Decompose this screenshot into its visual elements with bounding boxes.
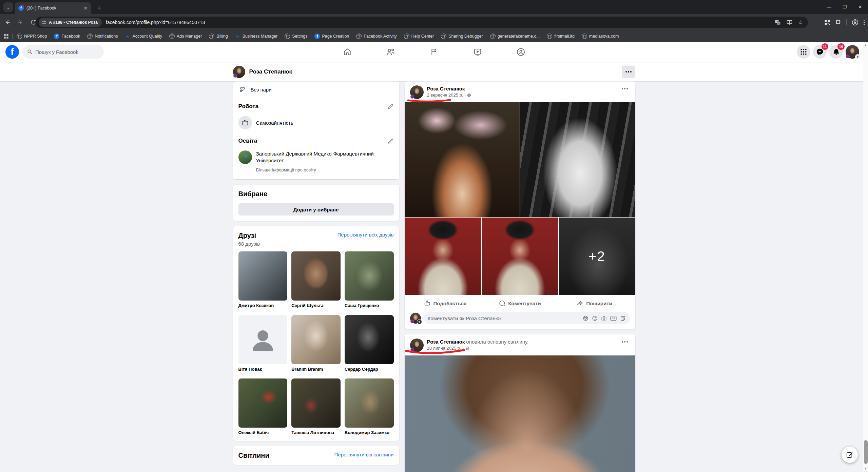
gif-icon[interactable]: GIF — [610, 315, 617, 321]
friend-item[interactable]: Дмитро Козяков — [238, 251, 288, 308]
site-chip[interactable]: A #188 - Степанюк Роза — [39, 18, 102, 27]
see-all-friends-link[interactable]: Переглянути всіх друзів — [337, 232, 394, 238]
bookmark-mediasova[interactable]: mediasova.com — [582, 34, 619, 39]
messenger-button[interactable]: 11 — [813, 45, 827, 59]
scrollbar-thumb[interactable] — [864, 440, 868, 464]
post-photo-more[interactable]: +2 — [559, 218, 635, 295]
comment-button[interactable]: Коментувати — [483, 297, 557, 309]
bookmark-account-quality[interactable]: ∞Account Quality — [125, 34, 162, 39]
friend-photo-default[interactable] — [238, 315, 288, 364]
profile-header-avatar[interactable] — [233, 66, 245, 78]
education-item-text[interactable]: Запорізький Державний Медико-Фармацевтич… — [256, 150, 394, 164]
browser-menu-icon[interactable] — [864, 20, 865, 25]
extensions-puzzle-icon[interactable] — [835, 19, 842, 26]
friend-photo[interactable] — [238, 251, 288, 301]
scroll-up-arrow[interactable]: ▲ — [863, 42, 868, 48]
back-button[interactable] — [2, 17, 13, 28]
browser-profile-icon[interactable] — [851, 19, 859, 26]
post-author-name[interactable]: Роза Степанюк — [427, 86, 465, 91]
bookmark-nppr-shop[interactable]: NPPR Shop — [17, 34, 47, 39]
friend-item[interactable]: Саша Грищенко — [345, 251, 394, 308]
profile-photo-large[interactable] — [405, 355, 635, 472]
friend-item[interactable]: Вітя Новак — [238, 315, 288, 372]
bookmark-facebook-activity[interactable]: Facebook Activity — [356, 34, 397, 39]
url-text[interactable]: facebook.com/profile.php?id=615784864507… — [106, 20, 775, 25]
bookmark-sharing-debugger[interactable]: Sharing Debugger — [441, 34, 483, 39]
compose-post-button[interactable] — [842, 447, 858, 463]
avatar-sticker-icon[interactable] — [583, 315, 589, 321]
tab-search-button[interactable]: ⌄ — [3, 2, 13, 12]
tab-home[interactable] — [330, 43, 364, 61]
tab-close-icon[interactable]: ✕ — [83, 5, 88, 11]
page-scrollbar[interactable]: ▲ ▼ — [863, 42, 868, 472]
commenter-avatar[interactable]: ▾ — [410, 313, 421, 324]
bookmark-billing[interactable]: Billing — [209, 34, 228, 39]
university-thumbnail[interactable] — [238, 150, 252, 164]
friend-photo[interactable] — [238, 378, 288, 428]
friend-item[interactable]: Володимир Зазимко — [345, 378, 394, 435]
post-author-name[interactable]: Роза Степанюк — [427, 339, 465, 345]
friend-photo[interactable] — [291, 315, 341, 364]
bookmark-ads-manager[interactable]: Ads Manager — [169, 34, 202, 39]
friend-photo[interactable] — [291, 378, 341, 428]
sticker-icon[interactable] — [620, 315, 626, 321]
post-photo[interactable] — [405, 102, 520, 217]
add-to-favorites-button[interactable]: Додати у вибране — [238, 203, 394, 216]
tab-friends[interactable] — [374, 43, 408, 61]
share-button[interactable]: Поширити — [557, 297, 632, 309]
like-button[interactable]: Подобається — [408, 297, 483, 309]
friend-item[interactable]: Олексій Бабіч — [238, 378, 288, 435]
post-more-button[interactable] — [620, 338, 630, 345]
post-more-button[interactable] — [620, 85, 630, 92]
minimize-button[interactable]: — — [821, 0, 837, 14]
forward-button[interactable] — [15, 17, 26, 28]
browser-tab[interactable]: f (20+) Facebook ✕ — [15, 2, 91, 14]
new-tab-button[interactable]: + — [94, 3, 104, 13]
friend-photo[interactable] — [345, 378, 394, 428]
bookmark-firstmail[interactable]: firstmail.ltd — [547, 34, 575, 39]
comment-input[interactable]: Коментувати як Роза Степанюк GIF — [424, 312, 630, 324]
tab-video[interactable] — [461, 43, 495, 61]
post-author-avatar[interactable] — [410, 338, 424, 352]
bookmark-help-center[interactable]: Help Center — [404, 34, 434, 39]
extension-qr-icon[interactable] — [824, 19, 830, 25]
scroll-down-arrow[interactable]: ▼ — [863, 466, 868, 471]
see-all-photos-link[interactable]: Переглянути всі світлини — [334, 452, 394, 457]
bookmark-page-creation[interactable]: fPage Creation — [314, 34, 349, 39]
tab-groups[interactable] — [504, 43, 538, 61]
menu-button[interactable] — [797, 45, 810, 59]
post-author-avatar[interactable] — [410, 85, 424, 99]
edit-pencil-icon[interactable] — [387, 103, 394, 110]
bookmark-star-icon[interactable]: ☆ — [798, 19, 803, 26]
friend-item[interactable]: Танюша Литвинова — [291, 378, 341, 435]
edit-pencil-icon[interactable] — [387, 138, 394, 144]
translate-icon[interactable]: G文 — [775, 19, 781, 25]
friend-item[interactable]: Brahim Brahim — [291, 315, 341, 372]
notifications-button[interactable]: 19 — [829, 45, 843, 59]
post-photo[interactable] — [405, 218, 481, 295]
post-date[interactable]: 18 липня 2025 р. · — [427, 346, 464, 351]
install-icon[interactable] — [786, 19, 793, 26]
bookmark-generatefakename[interactable]: generatefakename.c... — [490, 34, 540, 39]
bookmark-notifications[interactable]: Notifications — [87, 34, 118, 39]
facebook-search-input[interactable]: Пошук у Facebook — [22, 45, 104, 59]
post-photo[interactable] — [482, 218, 558, 295]
facebook-logo[interactable]: f — [5, 45, 19, 59]
post-photo[interactable] — [520, 102, 635, 217]
friend-photo[interactable] — [345, 251, 394, 301]
profile-avatar[interactable]: ▾ — [846, 45, 859, 59]
emoji-icon[interactable] — [592, 315, 598, 321]
apps-grid-icon[interactable] — [3, 34, 9, 39]
friend-item[interactable]: Сердар Сердар — [345, 315, 394, 372]
tab-pages[interactable] — [417, 43, 451, 61]
camera-icon[interactable] — [601, 315, 607, 321]
restore-button[interactable]: ❐ — [837, 0, 852, 14]
bookmark-settings[interactable]: Settings — [285, 34, 307, 39]
bookmark-business-manager[interactable]: ∞Business Manager — [235, 34, 278, 39]
profile-more-button[interactable] — [622, 66, 635, 78]
close-window-button[interactable]: ✕ — [852, 0, 868, 14]
friend-photo[interactable] — [345, 315, 394, 364]
bookmark-facebook[interactable]: fFacebook — [54, 34, 80, 39]
post-date[interactable]: 2 вересня 2025 р. · — [427, 93, 466, 98]
friend-item[interactable]: Сергій Шульга — [291, 251, 341, 308]
